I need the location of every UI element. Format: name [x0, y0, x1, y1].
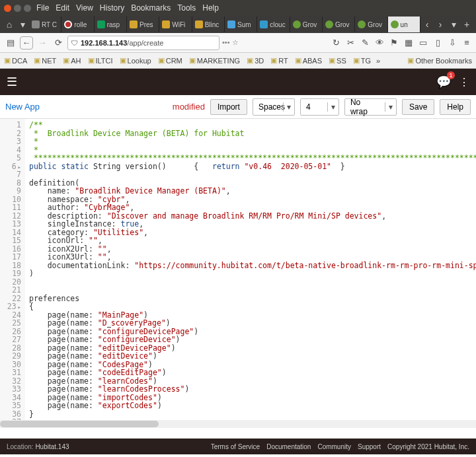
footer-link[interactable]: Community	[317, 443, 351, 450]
bookmark-ss[interactable]: ▣SS	[329, 56, 346, 65]
tab-label: RT C	[42, 21, 57, 28]
grid-icon[interactable]: ▦	[403, 38, 414, 48]
bookmark-net[interactable]: ▣NET	[34, 56, 56, 65]
new-tab-icon[interactable]: +	[460, 19, 473, 30]
other-bookmarks[interactable]: ▣Other Bookmarks	[407, 56, 472, 65]
book-icon[interactable]: ▭	[418, 38, 428, 48]
wrap-select[interactable]: No wrap▾	[344, 98, 397, 116]
bookmark-lookup[interactable]: ▣Lookup	[120, 56, 151, 65]
folder-icon: ▣	[407, 56, 414, 65]
footer: Location: Hubitat.143 Terms of ServiceDo…	[0, 439, 476, 454]
bookmark-crm[interactable]: ▣CRM	[158, 56, 182, 65]
back-button[interactable]: ←	[20, 36, 33, 50]
browser-tab[interactable]: Sum	[225, 17, 257, 32]
browser-tab-row: ⌂ ▾ RT CrolleraspPresWiFiBlincSumcloucGr…	[0, 16, 476, 33]
url-path: /app/create	[127, 39, 163, 47]
url-field[interactable]: 🛡 192.168.1.143/app/create	[67, 36, 219, 50]
menu-view[interactable]: View	[76, 3, 93, 13]
forward-button[interactable]: →	[36, 36, 49, 50]
close-button[interactable]	[4, 5, 11, 12]
menu-file[interactable]: File	[36, 3, 49, 13]
home-icon[interactable]: ⌂	[3, 19, 16, 30]
toolbar-icons: ↻ ✂ ✎ 👁 ⚑ ▦ ▭ ▯ ⇩ ≡	[331, 38, 472, 48]
browser-tab[interactable]: un	[388, 17, 420, 32]
bookmark-iltci[interactable]: ▣ILTCI	[88, 56, 113, 65]
browser-tab[interactable]: Grov	[290, 17, 323, 32]
browser-tab[interactable]: Pres	[127, 17, 159, 32]
browser-tab[interactable]: Grov	[323, 17, 355, 32]
browser-tab[interactable]: Grov	[355, 17, 387, 32]
browser-tab[interactable]: clouc	[257, 17, 290, 32]
wand-icon[interactable]: ✎	[360, 38, 370, 48]
bookmark-ah[interactable]: ▣AH	[63, 56, 81, 65]
menu-edit[interactable]: Edit	[56, 3, 69, 13]
url-host: 192.168.1.143	[81, 39, 127, 47]
bookmark-dca[interactable]: ▣DCA	[4, 56, 27, 65]
flag-icon[interactable]: ⚑	[389, 38, 399, 48]
tab-label: Grov	[303, 21, 317, 28]
kebab-icon[interactable]: ⋮	[459, 76, 469, 88]
download-icon[interactable]: ⇩	[447, 38, 457, 48]
favicon-icon	[162, 20, 170, 28]
new-app-link[interactable]: New App	[5, 102, 40, 112]
chevron-down-icon: ▾	[283, 102, 294, 112]
chevron-down-icon[interactable]: ▾	[16, 19, 29, 30]
favicon-icon	[293, 20, 301, 28]
minimize-button[interactable]	[14, 5, 21, 12]
reload2-icon[interactable]: ↻	[331, 38, 341, 48]
browser-tab[interactable]: Blinc	[192, 17, 225, 32]
folder-icon: ▣	[120, 56, 126, 65]
bookmark-3d[interactable]: ▣3D	[247, 56, 264, 65]
chat-icon[interactable]: 💬1	[436, 75, 451, 89]
favicon-icon	[195, 20, 203, 28]
import-button[interactable]: Import	[210, 99, 247, 115]
page-icon[interactable]: ▯	[432, 38, 443, 48]
tab-label: clouc	[270, 21, 285, 28]
eye-icon[interactable]: 👁	[374, 38, 385, 48]
sidebar-toggle-icon[interactable]: ▤	[4, 36, 17, 50]
footer-link[interactable]: Support	[358, 443, 381, 450]
bookmark-marketing[interactable]: ▣MARKETING	[189, 56, 240, 65]
horizontal-scrollbar[interactable]	[0, 420, 476, 428]
chevron-down-icon: ▾	[327, 102, 338, 112]
bookmark-rt[interactable]: ▣RT	[270, 56, 288, 65]
indent-select[interactable]: 4▾	[300, 98, 339, 116]
os-titlebar: FileEditViewHistoryBookmarksToolsHelp	[0, 0, 476, 16]
bookmarks-more[interactable]: »	[376, 57, 380, 65]
browser-tab[interactable]: WiFi	[159, 17, 192, 32]
browser-tab[interactable]: RT C	[29, 17, 61, 32]
browser-tab[interactable]: rasp	[95, 17, 127, 32]
folder-icon: ▣	[295, 56, 301, 65]
tab-list-icon[interactable]: ▾	[447, 19, 460, 30]
scrollbar-thumb[interactable]	[0, 421, 159, 427]
notification-badge: 1	[447, 71, 455, 79]
bookmark-abas[interactable]: ▣ABAS	[295, 56, 322, 65]
menu-bookmarks[interactable]: Bookmarks	[131, 3, 171, 13]
footer-link[interactable]: Terms of Service	[211, 443, 260, 450]
editor-code[interactable]: /** * Broadlink Device Manager (BETA) fo…	[25, 119, 476, 420]
tab-label: Grov	[335, 21, 350, 28]
hamburger-icon[interactable]: ☰	[7, 75, 17, 89]
tab-mode-select[interactable]: Spaces▾	[253, 98, 295, 116]
menu-tools[interactable]: Tools	[177, 3, 196, 13]
reload-icon[interactable]: ⟳	[52, 36, 65, 50]
tab-scroll-left-icon[interactable]: ‹	[420, 19, 434, 30]
maximize-button[interactable]	[24, 5, 31, 12]
tab-scroll-right-icon[interactable]: ›	[434, 19, 447, 30]
cut-icon[interactable]: ✂	[345, 38, 356, 48]
help-button[interactable]: Help	[440, 99, 471, 115]
browser-tab[interactable]: rolle	[61, 17, 94, 32]
tab-label: rolle	[74, 21, 87, 28]
bookmark-tg[interactable]: ▣TG	[353, 56, 371, 65]
folder-icon: ▣	[63, 56, 69, 65]
menu-help[interactable]: Help	[202, 3, 219, 13]
menu-icon[interactable]: ≡	[461, 38, 472, 48]
footer-link[interactable]: Documentation	[266, 443, 311, 450]
menu-history[interactable]: History	[100, 3, 124, 13]
tab-label: un	[401, 21, 408, 28]
save-button[interactable]: Save	[402, 99, 434, 115]
tab-label: Blinc	[205, 21, 219, 28]
code-editor[interactable]: 1234567891011121314151617181920212223242…	[0, 119, 476, 420]
url-actions: ••• ☆	[222, 38, 239, 47]
bookmarks-bar: ▣DCA▣NET▣AH▣ILTCI▣Lookup▣CRM▣MARKETING▣3…	[0, 53, 476, 69]
